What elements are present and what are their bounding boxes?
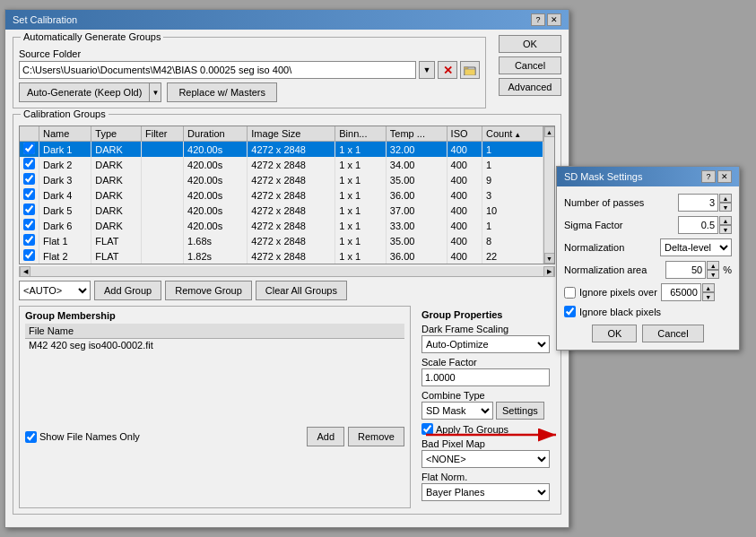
- th-iso: ISO: [447, 126, 482, 142]
- row-name: Flat 1: [39, 233, 91, 248]
- row-type: DARK: [91, 172, 142, 187]
- ignore-pixels-down-btn[interactable]: ▼: [702, 292, 715, 301]
- row-name: Dark 1: [39, 142, 91, 158]
- help-button[interactable]: ?: [531, 13, 545, 26]
- th-duration: Duration: [184, 126, 248, 142]
- table-row[interactable]: Dark 2 DARK 420.00s 4272 x 2848 1 x 1 34…: [20, 157, 543, 172]
- ignore-pixels-label: Ignore pixels over: [579, 287, 657, 298]
- combine-type-row: Combine Type SD Mask Settings: [421, 390, 550, 420]
- delete-folder-btn[interactable]: ✕: [438, 61, 457, 79]
- sd-title-buttons: ? ✕: [701, 170, 732, 183]
- normalization-select[interactable]: Delta-level: [660, 238, 732, 256]
- th-imagesize: Image Size: [248, 126, 335, 142]
- row-iso: 400: [447, 142, 482, 158]
- sd-body: Number of passes ▲ ▼ Sigma Factor ▲ ▼: [557, 186, 739, 350]
- ignore-pixels-input-group: ▲ ▼: [661, 283, 715, 301]
- sd-help-btn[interactable]: ?: [701, 170, 716, 183]
- row-checkbox[interactable]: [23, 188, 35, 200]
- close-button[interactable]: ✕: [547, 13, 561, 26]
- row-checkbox[interactable]: [23, 158, 35, 169]
- sd-cancel-btn[interactable]: Cancel: [642, 325, 703, 342]
- replace-masters-btn[interactable]: Replace w/ Masters: [167, 82, 277, 102]
- num-passes-up-btn[interactable]: ▲: [719, 194, 732, 203]
- num-passes-down-btn[interactable]: ▼: [719, 203, 732, 212]
- row-imagesize: 4272 x 2848: [248, 233, 335, 248]
- main-title-bar: Set Calibration ? ✕: [5, 10, 569, 30]
- remove-file-btn[interactable]: Remove: [348, 427, 404, 446]
- apply-to-groups-checkbox[interactable]: [421, 423, 433, 435]
- cancel-button[interactable]: Cancel: [499, 56, 561, 74]
- add-group-btn[interactable]: Add Group: [94, 281, 161, 300]
- calibration-groups-title: Calibration Groups: [21, 108, 109, 119]
- flat-norm-select[interactable]: Bayer Planes: [421, 483, 550, 501]
- auto-generate-main-btn[interactable]: Auto-Generate (Keep Old): [19, 82, 149, 102]
- combine-type-select[interactable]: SD Mask: [421, 402, 493, 420]
- show-files-checkbox[interactable]: [25, 431, 37, 443]
- sigma-factor-input[interactable]: [678, 216, 718, 234]
- table-row[interactable]: Flat 1 FLAT 1.68s 4272 x 2848 1 x 1 35.0…: [20, 233, 543, 248]
- ignore-pixels-checkbox[interactable]: [564, 287, 576, 299]
- th-name: Name: [39, 126, 91, 142]
- group-membership-title: Group Membership: [25, 310, 404, 321]
- scroll-up-btn[interactable]: ▲: [544, 126, 555, 137]
- row-count: 3: [482, 187, 543, 203]
- row-filter: [142, 248, 184, 264]
- main-dialog: Set Calibration ? ✕ OK Cancel Advanced A…: [4, 9, 569, 528]
- row-duration: 420.00s: [184, 218, 248, 233]
- auto-generate-arrow-btn[interactable]: ▼: [149, 82, 161, 102]
- scale-factor-input[interactable]: [421, 368, 550, 386]
- ignore-pixels-input[interactable]: [661, 283, 701, 301]
- sd-ok-btn[interactable]: OK: [592, 325, 637, 342]
- table-row[interactable]: Dark 6 DARK 420.00s 4272 x 2848 1 x 1 33…: [20, 218, 543, 233]
- scroll-down-btn[interactable]: ▼: [544, 253, 555, 264]
- source-folder-row: ▼ ✕: [19, 61, 480, 79]
- sd-close-btn[interactable]: ✕: [717, 170, 732, 183]
- table-row[interactable]: Dark 1 DARK 420.00s 4272 x 2848 1 x 1 32…: [20, 142, 543, 158]
- table-row[interactable]: Dark 4 DARK 420.00s 4272 x 2848 1 x 1 36…: [20, 187, 543, 203]
- ignore-pixels-up-btn[interactable]: ▲: [702, 283, 715, 292]
- row-checkbox[interactable]: [23, 143, 35, 154]
- row-checkbox[interactable]: [23, 173, 35, 185]
- row-type: DARK: [91, 157, 142, 172]
- row-checkbox[interactable]: [23, 234, 35, 246]
- table-row[interactable]: Flat 2 FLAT 1.82s 4272 x 2848 1 x 1 36.0…: [20, 248, 543, 264]
- folder-dropdown-btn[interactable]: ▼: [419, 61, 435, 79]
- row-checkbox[interactable]: [23, 204, 35, 215]
- row-checkbox[interactable]: [23, 249, 35, 261]
- remove-group-btn[interactable]: Remove Group: [165, 281, 252, 300]
- ok-button[interactable]: OK: [499, 35, 561, 53]
- advanced-button[interactable]: Advanced: [499, 78, 561, 96]
- row-checkbox[interactable]: [23, 219, 35, 230]
- sigma-up-btn[interactable]: ▲: [719, 216, 732, 225]
- row-iso: 400: [447, 203, 482, 218]
- table-row[interactable]: Dark 3 DARK 420.00s 4272 x 2848 1 x 1 35…: [20, 172, 543, 187]
- settings-btn[interactable]: Settings: [496, 402, 544, 420]
- scroll-left-btn[interactable]: ◀: [20, 266, 30, 277]
- bad-pixel-map-label: Bad Pixel Map: [421, 438, 550, 449]
- norm-area-down-btn[interactable]: ▼: [707, 270, 719, 279]
- add-file-btn[interactable]: Add: [307, 427, 344, 446]
- ignore-black-checkbox[interactable]: [564, 306, 576, 317]
- clear-all-groups-btn[interactable]: Clear All Groups: [256, 281, 347, 300]
- norm-area-input[interactable]: [665, 261, 706, 279]
- membership-header-row: File Name: [25, 324, 404, 339]
- source-folder-input[interactable]: [19, 61, 416, 79]
- row-temp: 34.00: [386, 157, 447, 172]
- row-iso: 400: [447, 187, 482, 203]
- ignore-pixels-row: Ignore pixels over ▲ ▼: [564, 283, 732, 301]
- auto-select[interactable]: <AUTO>: [19, 281, 91, 300]
- bad-pixel-map-select[interactable]: <NONE>: [421, 450, 550, 468]
- sigma-factor-row: Sigma Factor ▲ ▼: [564, 216, 732, 234]
- num-passes-input-group: ▲ ▼: [678, 194, 732, 212]
- dark-frame-scaling-select[interactable]: Auto-Optimize: [421, 335, 550, 353]
- scroll-right-btn[interactable]: ▶: [543, 266, 554, 277]
- calibration-table-wrapper: Name Type Filter Duration Image Size Bin…: [19, 126, 555, 264]
- browse-folder-btn[interactable]: [460, 61, 480, 79]
- row-checkbox-cell: [20, 248, 39, 264]
- row-temp: 36.00: [386, 248, 447, 264]
- sigma-down-btn[interactable]: ▼: [719, 225, 732, 234]
- norm-area-up-btn[interactable]: ▲: [707, 261, 719, 270]
- row-iso: 400: [447, 172, 482, 187]
- table-row[interactable]: Dark 5 DARK 420.00s 4272 x 2848 1 x 1 37…: [20, 203, 543, 218]
- num-passes-input[interactable]: [678, 194, 718, 212]
